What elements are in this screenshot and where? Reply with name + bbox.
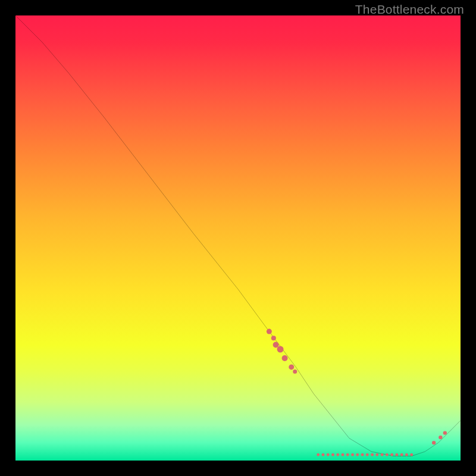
chart-svg xyxy=(15,15,461,461)
chart-plot-area xyxy=(15,15,461,461)
data-point xyxy=(405,453,408,456)
data-point xyxy=(366,453,369,456)
data-point xyxy=(271,336,276,340)
data-point xyxy=(282,355,288,361)
chart-stage: TheBottleneck.com xyxy=(0,0,476,476)
data-point xyxy=(443,431,447,434)
data-point xyxy=(439,436,442,439)
data-point xyxy=(293,369,297,374)
data-point xyxy=(336,453,339,456)
data-point xyxy=(432,441,436,444)
data-point xyxy=(386,453,389,456)
data-point xyxy=(331,453,334,456)
data-point xyxy=(410,453,413,456)
data-point xyxy=(342,453,345,456)
data-point xyxy=(356,453,359,456)
data-point xyxy=(351,453,354,456)
data-point xyxy=(400,453,403,456)
curve-line xyxy=(15,15,461,456)
data-point xyxy=(267,329,272,334)
data-point xyxy=(390,453,393,456)
data-point xyxy=(361,453,364,456)
data-point xyxy=(289,364,294,369)
data-point xyxy=(327,453,330,456)
watermark-text: TheBottleneck.com xyxy=(355,2,464,17)
data-point xyxy=(322,453,325,456)
data-point xyxy=(381,453,384,456)
data-point xyxy=(371,453,374,456)
data-point xyxy=(375,453,378,456)
data-point xyxy=(273,342,279,348)
data-point xyxy=(277,346,284,353)
data-point xyxy=(346,453,349,456)
data-point xyxy=(317,453,320,456)
data-point xyxy=(396,453,399,456)
